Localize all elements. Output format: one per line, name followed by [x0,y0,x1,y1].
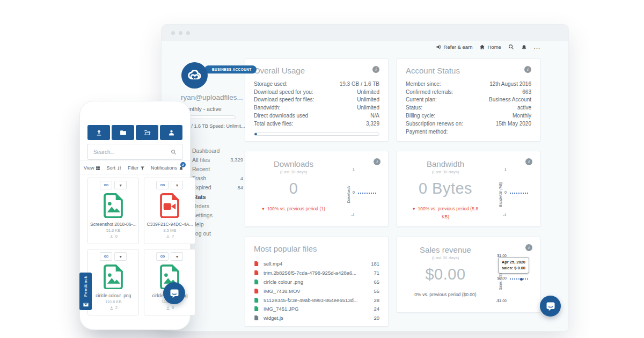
person-icon [168,129,175,136]
filter-control[interactable]: Filter [128,165,145,171]
file-row[interactable]: widget.js20 [254,313,379,322]
sidebar-item-orders[interactable]: Orders [192,201,243,210]
view-toggle[interactable]: View [84,165,100,171]
copy-link-button[interactable] [156,181,169,189]
copy-link-button[interactable] [156,252,169,261]
file-row[interactable]: IMG_7438.MOV55 [254,286,379,296]
sidebar-item-settings[interactable]: Settings [192,210,243,219]
sales-chart: Sales (USD) $1.00 $0.00 -$1.00 Apr 25, 2… [493,254,530,303]
folder-open-button[interactable] [136,125,158,140]
image-file-icon [254,297,259,303]
sidebar-item-recent[interactable]: Recent [192,164,243,173]
expired-count: 84 [237,185,243,190]
all-files-count: 3,329 [230,157,243,163]
file-row[interactable]: 5112e345-f23e-49ab-8993-864ee6513d...28 [254,296,379,305]
search-icon[interactable] [508,44,514,50]
download-icon [166,234,170,239]
sidebar-item-stats[interactable]: Stats [192,192,243,201]
usage-summary: GB / 1.6 TB Speed: Unlimit... [183,123,245,129]
storage-progress-bar [254,133,379,136]
info-icon[interactable]: i [524,66,531,73]
file-card[interactable]: ▼ C339F21C-94DC-4A... 8.5 MB 7 [144,178,195,244]
file-row[interactable]: sell.mp4181 [254,259,379,268]
more-menu[interactable]: ... [534,43,540,50]
bandwidth-panel: i Bandwidth (Last 30 days) 0 Bytes ▾ -10… [397,151,540,227]
window-control-dot[interactable] [186,31,190,35]
upload-button[interactable] [87,125,110,140]
refer-earn-link[interactable]: Refer & earn [436,44,473,50]
screenshot-root: Refer & earn Home ... BUSINESS ACCOUNT r… [0,0,644,338]
link-icon [104,182,109,188]
bell-icon[interactable] [521,44,527,50]
download-icon [109,234,114,239]
file-size: 51.0 KB [88,228,138,233]
divider [80,174,190,174]
window-control-dot[interactable] [171,31,175,35]
sidebar-item-expired[interactable]: Expired84 [192,183,243,192]
total-files-value: 3,329 [366,121,379,127]
file-menu-button[interactable]: ▼ [114,181,127,189]
user-email: ryan@uploadfiles... [181,93,243,101]
sidebar-item-dashboard[interactable]: Dashboard [192,146,243,155]
sales-value: $0.00 [406,266,485,283]
search-input[interactable] [88,149,171,155]
sidebar-item-all-files[interactable]: All files3,329 [192,155,243,164]
image-file-icon [103,193,124,218]
file-card[interactable]: ▼ Screenshot 2018-06-... 51.0 KB 0 [87,178,139,244]
file-menu-button[interactable]: ▼ [171,252,183,261]
file-row[interactable]: IMG_7451.JPG24 [254,304,379,313]
folder-open-icon [144,129,151,136]
sort-icon [117,166,122,171]
top-navigation: Refer & earn Home ... [436,43,540,50]
sort-control[interactable]: Sort [106,165,122,171]
panel-period: (Last 30 days) [254,170,333,174]
folder-button[interactable] [112,125,134,140]
sidebar-menu: Dashboard All files3,329 Recent Trash4 E… [192,146,243,238]
account-button[interactable] [160,125,182,140]
file-size: 110.8 KB [88,299,138,304]
status-rows: Member since:12th August 2016 Confirmed … [406,80,531,136]
storage-used-value: 19.3 GB / 1.6 TB [340,81,379,87]
trash-count: 4 [240,175,243,181]
caret-down-icon: ▼ [175,255,179,259]
feedback-tab[interactable]: Feedback [79,273,92,310]
bandwidth-value: 0 Bytes [406,180,485,197]
sidebar-item-logout[interactable]: Log out [192,229,243,238]
window-control-dot[interactable] [179,31,182,35]
chat-bubble-icon [169,288,180,299]
file-row[interactable]: cirlcle colour .png65 [254,277,379,286]
usage-rows: Storage used:19.3 GB / 1.6 TB Download s… [254,80,379,128]
account-status-panel: Account Status i Member since:12th Augus… [397,58,540,142]
info-icon[interactable]: i [372,66,379,73]
file-menu-button[interactable]: ▼ [171,181,183,189]
video-file-icon [254,288,259,294]
notifications-control[interactable]: Notifications 2 [151,165,184,171]
overall-usage-panel: Overall Usage i Storage used:19.3 GB / 1… [245,58,389,142]
flat-line-series [510,193,528,194]
copy-link-button[interactable] [100,252,112,261]
file-card[interactable]: ▼ cirlcle colour .png 110.8 KB 2 [87,249,139,315]
file-row[interactable]: trim.2b8256f5-7cda-4798-925d-a428a6...71 [254,268,379,277]
sidebar-item-trash[interactable]: Trash4 [192,174,243,183]
video-file-icon [254,270,259,276]
popular-files-list: sell.mp4181 trim.2b8256f5-7cda-4798-925d… [254,259,379,322]
downloads-delta: ▾ -100% vs. previous period (1) [254,205,333,213]
home-label: Home [487,44,501,50]
chart-tooltip: Apr 25, 2020 sales: $ 0.00 [498,257,529,274]
feedback-label: Feedback [83,276,88,297]
caret-down-icon: ▼ [175,183,179,187]
file-menu-button[interactable]: ▼ [114,252,127,261]
sidebar-item-help[interactable]: Help [192,220,243,229]
home-link[interactable]: Home [479,44,501,50]
phone-search-bar [87,144,182,160]
caret-down-icon: ▾ [413,206,415,211]
file-card[interactable]: ▼ cirlcle colour .png 110.8 KB 0 [144,249,195,315]
chat-launcher-desktop[interactable] [540,296,561,317]
copy-link-button[interactable] [100,181,112,189]
chat-launcher-phone[interactable] [163,282,185,304]
panel-period: (Last 30 days) [406,170,485,174]
search-icon[interactable] [171,149,177,155]
image-file-icon [103,264,124,289]
tooltip-date: Apr 25, 2020 [502,259,525,265]
file-name: C339F21C-94DC-4A... [144,222,195,227]
